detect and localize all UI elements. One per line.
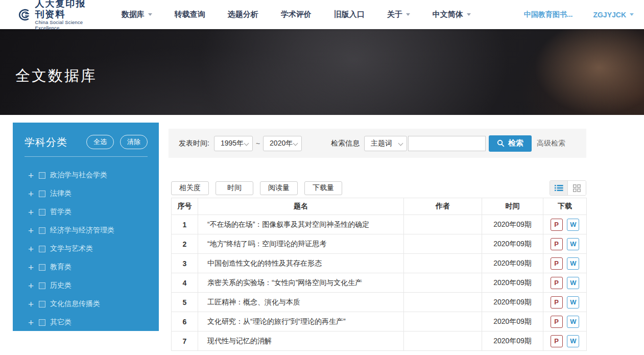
expand-plus-icon[interactable]: + [28,189,39,199]
download-word-button[interactable]: W [567,296,579,309]
category-education[interactable]: + 教育类 [13,258,159,276]
category-history[interactable]: + 历史类 [13,276,159,295]
year-to-select[interactable]: 2020年 [263,136,302,151]
search-field-select[interactable]: 主题词 [364,136,407,151]
nav-database-label: 数据库 [122,10,145,19]
expand-plus-icon[interactable]: + [28,244,39,254]
category-culture-media[interactable]: + 文化信息传播类 [13,295,159,313]
download-word-button[interactable]: W [567,277,579,289]
search-input[interactable] [408,136,486,151]
category-checkbox[interactable] [39,319,45,326]
sort-reads-button[interactable]: 阅读量 [260,181,298,195]
category-checkbox[interactable] [39,264,45,271]
row-time: 2020年09期 [482,234,543,254]
article-title-link[interactable]: 中国创造性文化的特性及其存在形态 [207,259,322,267]
advanced-search-link[interactable]: 高级检索 [537,139,565,148]
expand-plus-icon[interactable]: + [28,263,39,272]
row-number: 2 [172,234,198,254]
category-checkbox[interactable] [39,301,45,307]
row-author [404,312,482,332]
download-word-button[interactable]: W [567,335,579,347]
table-row: 7 现代性与记忆的消解 2020年09期 P W [172,332,587,351]
table-row: 5 工匠精神：概念、演化与本质 2020年09期 P W [172,293,587,312]
results-table: 序号 题名 作者 时间 下载 1 “不在场的在场”：图像叙事及其对空间神圣性的确… [171,198,587,351]
expand-plus-icon[interactable]: + [28,226,39,235]
download-pdf-button[interactable]: P [551,335,563,347]
site-logo[interactable]: 人大复印报刊资料 China Social Science Excellence [15,0,92,31]
category-law[interactable]: + 法律类 [13,184,159,203]
expand-plus-icon[interactable]: + [28,281,39,291]
category-checkbox[interactable] [39,172,45,179]
institution-link[interactable]: 中国教育图书... [524,10,573,19]
search-info-label: 检索信息 [331,139,360,148]
nav-academic-evaluation[interactable]: 学术评价 [281,10,312,19]
row-number: 5 [172,293,198,312]
search-field-value: 主题词 [371,139,392,148]
download-word-button[interactable]: W [567,257,579,270]
select-all-button[interactable]: 全选 [86,135,114,149]
account-area: 中国教育图书... ZGJYJCK [514,10,644,19]
category-checkbox[interactable] [39,209,45,216]
table-row: 2 “地方”终结了吗：空间理论的辩证思考 2020年09期 P W [172,234,587,254]
logo-icon [15,5,31,25]
chevron-down-icon [630,13,634,16]
nav-database[interactable]: 数据库 [122,10,152,19]
grid-view-button[interactable] [568,181,586,195]
row-number: 4 [172,273,198,293]
nav-topic-analysis[interactable]: 选题分析 [228,10,258,19]
category-checkbox[interactable] [39,191,45,197]
nav-language-label: 中文简体 [433,10,463,19]
list-view-button[interactable] [550,181,568,195]
download-word-button[interactable]: W [567,316,579,328]
article-title-link[interactable]: 工匠精神：概念、演化与本质 [207,298,300,306]
download-word-button[interactable]: W [567,238,579,250]
sort-relevance-button[interactable]: 相关度 [171,181,209,195]
nav-reprint-query[interactable]: 转载查询 [175,10,205,19]
category-checkbox[interactable] [39,246,45,252]
row-author [404,332,482,351]
user-account-menu[interactable]: ZGJYJCK [593,11,634,19]
category-checkbox[interactable] [39,227,45,234]
list-view-icon [555,184,563,192]
category-label: 文化信息传播类 [50,299,100,309]
article-title-link[interactable]: 亲密关系的实验场：“女性向”网络空间与文化生产 [207,278,362,287]
download-pdf-button[interactable]: P [551,219,563,231]
expand-plus-icon[interactable]: + [28,171,39,180]
row-author [404,293,482,312]
search-button[interactable]: 检索 [489,135,532,152]
article-title-link[interactable]: “不在场的在场”：图像叙事及其对空间神圣性的确定 [207,220,369,228]
download-word-button[interactable]: W [567,219,579,231]
nav-language[interactable]: 中文简体 [433,10,471,19]
row-author [404,234,482,254]
article-title-link[interactable]: 文化研究：从“理论的旅行”到“理论的再生产” [207,317,346,325]
category-economics[interactable]: + 经济学与经济管理类 [13,221,159,240]
download-pdf-button[interactable]: P [551,257,563,270]
year-from-select[interactable]: 1995年 [214,136,253,151]
article-title-link[interactable]: “地方”终结了吗：空间理论的辩证思考 [207,240,326,248]
category-checkbox[interactable] [39,282,45,289]
article-title-link[interactable]: 现代性与记忆的消解 [207,337,272,345]
category-list: + 政治学与社会学类 + 法律类 + 哲学类 + 经济学与经济管理类 + [13,166,159,332]
page-title: 全文数据库 [15,66,97,86]
category-other[interactable]: + 其它类 [13,313,159,332]
category-politics-sociology[interactable]: + 政治学与社会学类 [13,166,159,184]
publish-time-label: 发表时间: [179,139,209,148]
download-pdf-button[interactable]: P [551,316,563,328]
download-pdf-button[interactable]: P [551,238,563,250]
clear-button[interactable]: 清除 [120,135,148,149]
download-pdf-button[interactable]: P [551,277,563,289]
category-literature-art[interactable]: + 文学与艺术类 [13,240,159,258]
expand-plus-icon[interactable]: + [28,207,39,217]
expand-plus-icon[interactable]: + [28,318,39,327]
download-pdf-button[interactable]: P [551,296,563,309]
nav-about[interactable]: 关于 [387,10,410,19]
search-panel: 发表时间: 1995年 ~ 2020年 检索信息 主题词 检索 高级检索 [169,129,586,158]
nav-old-version[interactable]: 旧版入口 [334,10,365,19]
table-row: 3 中国创造性文化的特性及其存在形态 2020年09期 P W [172,254,587,273]
year-to-value: 2020年 [270,139,293,148]
sort-toolbar: 相关度 时间 阅读量 下载量 [171,181,586,195]
expand-plus-icon[interactable]: + [28,299,39,309]
sort-downloads-button[interactable]: 下载量 [304,181,342,195]
category-philosophy[interactable]: + 哲学类 [13,203,159,221]
sort-time-button[interactable]: 时间 [216,181,253,195]
